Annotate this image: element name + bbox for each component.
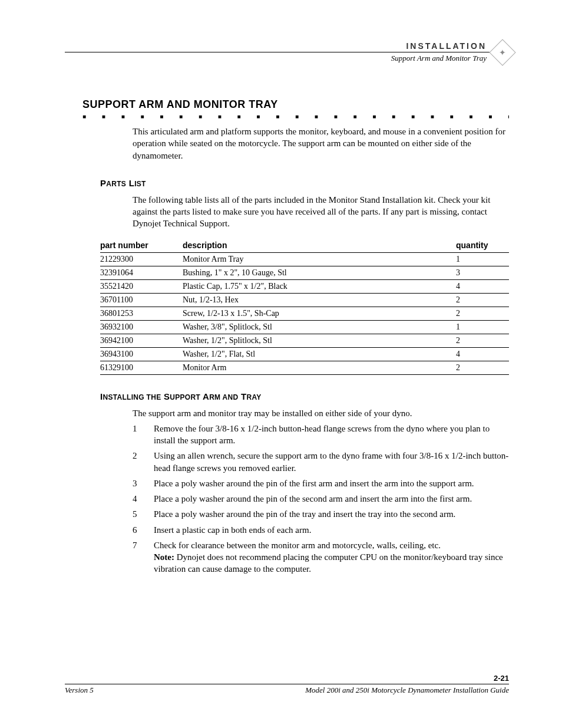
page-number: 2-21 <box>65 674 509 683</box>
step-item: Check for clearance between the monitor … <box>133 539 509 575</box>
cell-description: Washer, 3/8", Splitlock, Stl <box>183 320 456 334</box>
header-subtitle: Support Arm and Monitor Tray <box>65 54 509 63</box>
cell-description: Washer, 1/2", Flat, Stl <box>183 347 456 361</box>
parts-list-intro: The following table lists all of the par… <box>133 194 509 230</box>
table-row: 32391064Bushing, 1" x 2", 10 Gauge, Stl3 <box>100 266 509 279</box>
install-heading: INSTALLING THE SUPPORT ARM AND TRAY <box>100 391 509 401</box>
step-item: Place a poly washer around the pin of th… <box>133 508 509 520</box>
cell-quantity: 2 <box>456 307 509 320</box>
cell-description: Plastic Cap, 1.75" x 1/2", Black <box>183 279 456 293</box>
table-row: 36943100Washer, 1/2", Flat, Stl4 <box>100 347 509 361</box>
table-row: 35521420Plastic Cap, 1.75" x 1/2", Black… <box>100 279 509 293</box>
cell-description: Washer, 1/2", Splitlock, Stl <box>183 334 456 347</box>
cell-quantity: 2 <box>456 361 509 374</box>
cell-part-number: 36932100 <box>100 320 183 334</box>
cell-part-number: 36943100 <box>100 347 183 361</box>
step-item: Place a poly washer around the pin of th… <box>133 477 509 489</box>
cell-description: Nut, 1/2-13, Hex <box>183 293 456 307</box>
cell-part-number: 21229300 <box>100 252 183 266</box>
table-row: 36932100Washer, 3/8", Splitlock, Stl1 <box>100 320 509 334</box>
footer-version: Version 5 <box>65 686 94 695</box>
header-category: INSTALLATION <box>65 41 509 51</box>
note-label: Note: <box>154 552 174 562</box>
footer-rule <box>65 684 509 684</box>
page-footer: 2-21 Version 5 Model 200i and 250i Motor… <box>65 674 509 695</box>
table-row: 36942100Washer, 1/2", Splitlock, Stl2 <box>100 334 509 347</box>
parts-table: part number description quantity 2122930… <box>100 239 509 375</box>
cell-description: Screw, 1/2-13 x 1.5", Sh-Cap <box>183 307 456 320</box>
table-row: 61329100Monitor Arm2 <box>100 361 509 374</box>
cell-part-number: 35521420 <box>100 279 183 293</box>
section-intro: This articulated arm and platform suppor… <box>133 126 509 162</box>
table-row: 21229300Monitor Arm Tray1 <box>100 252 509 266</box>
step-item: Place a poly washer around the pin of th… <box>133 493 509 505</box>
col-quantity: quantity <box>456 239 509 253</box>
cell-description: Bushing, 1" x 2", 10 Gauge, Stl <box>183 266 456 279</box>
cell-quantity: 2 <box>456 334 509 347</box>
step-item: Remove the four 3/8-16 x 1/2-inch button… <box>133 423 509 447</box>
section-title: SUPPORT ARM AND MONITOR TRAY <box>82 98 509 111</box>
cell-part-number: 36942100 <box>100 334 183 347</box>
parts-list-heading: PARTS LIST <box>100 178 509 188</box>
cell-part-number: 36701100 <box>100 293 183 307</box>
install-steps: Remove the four 3/8-16 x 1/2-inch button… <box>133 423 509 575</box>
footer-doc-title: Model 200i and 250i Motorcycle Dynamomet… <box>305 686 509 695</box>
install-intro: The support arm and monitor tray may be … <box>133 407 509 419</box>
cell-quantity: 3 <box>456 266 509 279</box>
table-row: 36801253Screw, 1/2-13 x 1.5", Sh-Cap2 <box>100 307 509 320</box>
cell-quantity: 1 <box>456 252 509 266</box>
cell-quantity: 1 <box>456 320 509 334</box>
note-text: Dynojet does not recommend placing the c… <box>154 552 503 574</box>
table-header-row: part number description quantity <box>100 239 509 253</box>
cell-description: Monitor Arm Tray <box>183 252 456 266</box>
page-header: INSTALLATION Support Arm and Monitor Tra… <box>65 41 509 63</box>
cell-quantity: 4 <box>456 347 509 361</box>
step-item: Using an allen wrench, secure the suppor… <box>133 450 509 474</box>
install-heading-text: INSTALLING THE SUPPORT ARM AND TRAY <box>100 391 262 401</box>
table-row: 36701100Nut, 1/2-13, Hex2 <box>100 293 509 307</box>
dotted-rule: ■ ■ ■ ■ ■ ■ ■ ■ ■ ■ ■ ■ ■ ■ ■ ■ ■ ■ ■ ■ … <box>82 113 509 120</box>
header-rule <box>65 52 509 52</box>
cell-quantity: 2 <box>456 293 509 307</box>
cell-quantity: 4 <box>456 279 509 293</box>
cell-part-number: 32391064 <box>100 266 183 279</box>
col-part-number: part number <box>100 239 183 253</box>
step-item: Insert a plastic cap in both ends of eac… <box>133 524 509 536</box>
cell-part-number: 36801253 <box>100 307 183 320</box>
col-description: description <box>183 239 456 253</box>
parts-list-heading-text: PARTS LIST <box>100 178 146 188</box>
cell-part-number: 61329100 <box>100 361 183 374</box>
cell-description: Monitor Arm <box>183 361 456 374</box>
